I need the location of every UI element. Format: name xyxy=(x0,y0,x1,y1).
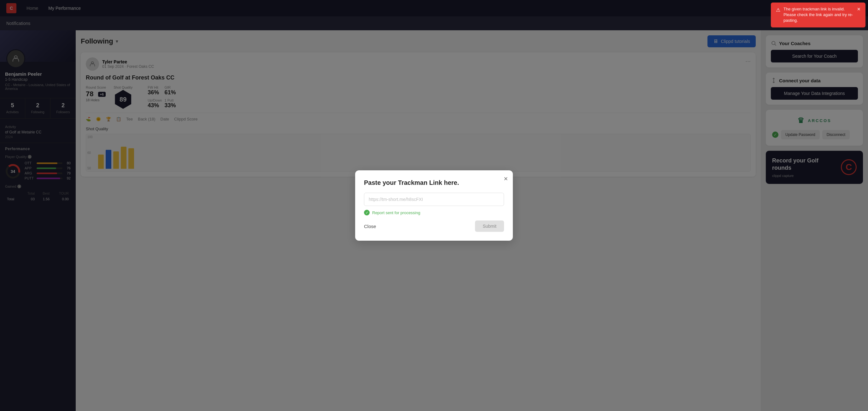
error-close-button[interactable]: × xyxy=(857,6,861,12)
success-icon: ✓ xyxy=(364,210,370,215)
trackman-modal: × Paste your Trackman Link here. ✓ Repor… xyxy=(355,170,513,241)
modal-success-message: ✓ Report sent for processing xyxy=(364,210,504,215)
error-message: The given trackman link is invalid. Plea… xyxy=(783,6,854,24)
modal-overlay: × Paste your Trackman Link here. ✓ Repor… xyxy=(0,0,868,411)
trackman-link-input[interactable] xyxy=(364,193,504,206)
modal-close-x-button[interactable]: × xyxy=(504,176,508,182)
modal-actions: Close Submit xyxy=(364,220,504,232)
modal-submit-button[interactable]: Submit xyxy=(475,220,504,232)
modal-title: Paste your Trackman Link here. xyxy=(364,179,504,186)
modal-close-button[interactable]: Close xyxy=(364,224,376,229)
warning-icon: ⚠ xyxy=(776,7,780,13)
error-banner: ⚠ The given trackman link is invalid. Pl… xyxy=(771,2,866,27)
